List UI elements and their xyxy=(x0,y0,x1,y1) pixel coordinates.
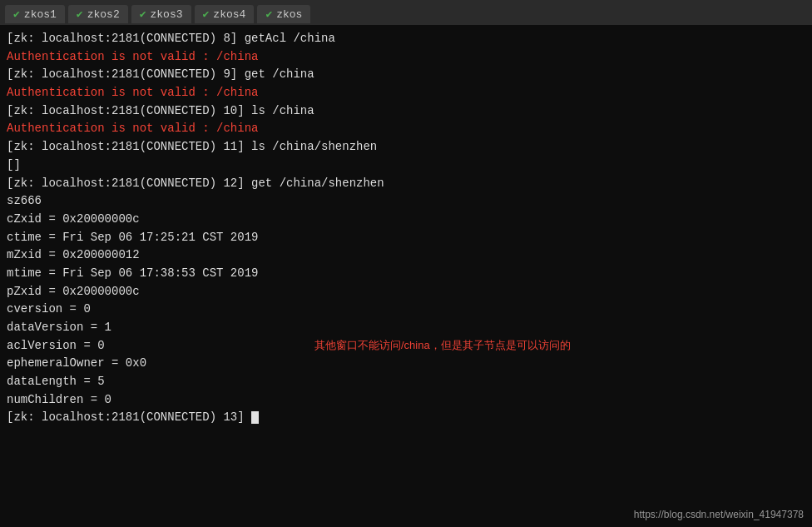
check-icon: ✔ xyxy=(13,7,20,21)
check-icon: ✔ xyxy=(77,7,83,21)
tab-label: zkos2 xyxy=(87,8,120,21)
tab-label: zkos4 xyxy=(213,8,245,21)
terminal-line: sz666 xyxy=(7,192,805,211)
check-icon: ✔ xyxy=(265,7,272,21)
tab-zkos4[interactable]: ✔zkos4 xyxy=(195,5,255,23)
prompt-text: [zk: localhost:2181(CONNECTED) 13] xyxy=(7,410,251,424)
tab-zkos2[interactable]: ✔zkos2 xyxy=(68,5,128,23)
terminal-line: Authentication is not valid : /china xyxy=(7,120,805,138)
terminal-line: mtime = Fri Sep 06 17:38:53 CST 2019 xyxy=(7,265,805,283)
tab-zkos[interactable]: ✔zkos xyxy=(257,5,310,23)
check-icon: ✔ xyxy=(140,7,146,21)
terminal-line: Authentication is not valid : /china xyxy=(7,48,805,67)
terminal-line: [] xyxy=(7,157,805,175)
annotation-text: 其他窗口不能访问/china，但是其子节点是可以访问的 xyxy=(314,337,571,354)
terminal-area: [zk: localhost:2181(CONNECTED) 8] getAcl… xyxy=(0,25,812,527)
terminal-line: pZxid = 0x20000000c xyxy=(7,283,805,301)
terminal-line: mZxid = 0x200000012 xyxy=(7,246,805,265)
tab-zkos3[interactable]: ✔zkos3 xyxy=(131,5,191,23)
terminal-line: aclVersion = 0其他窗口不能访问/china，但是其子节点是可以访问… xyxy=(7,337,805,355)
terminal-line: numChildren = 0 xyxy=(7,391,805,410)
terminal-cursor xyxy=(251,411,259,424)
tab-zkos1[interactable]: ✔zkos1 xyxy=(5,5,65,23)
tab-bar: ✔zkos1✔zkos2✔zkos3✔zkos4✔zkos xyxy=(0,0,812,25)
terminal-line: [zk: localhost:2181(CONNECTED) 10] ls /c… xyxy=(7,102,805,121)
tab-label: zkos1 xyxy=(24,8,57,21)
terminal-line: ctime = Fri Sep 06 17:25:21 CST 2019 xyxy=(7,229,805,247)
tab-label: zkos3 xyxy=(151,8,183,21)
terminal-line: [zk: localhost:2181(CONNECTED) 8] getAcl… xyxy=(7,30,805,48)
terminal-line: dataVersion = 1 xyxy=(7,319,805,337)
terminal-line: ephemeralOwner = 0x0 xyxy=(7,355,805,373)
terminal-line: [zk: localhost:2181(CONNECTED) 12] get /… xyxy=(7,175,805,193)
tab-label: zkos xyxy=(276,8,302,21)
terminal-line: [zk: localhost:2181(CONNECTED) 13] xyxy=(7,409,805,427)
terminal-line: cversion = 0 xyxy=(7,301,805,319)
terminal-line: cZxid = 0x20000000c xyxy=(7,211,805,229)
terminal-line: [zk: localhost:2181(CONNECTED) 9] get /c… xyxy=(7,66,805,84)
watermark: https://blog.csdn.net/weixin_41947378 xyxy=(634,509,804,520)
check-icon: ✔ xyxy=(203,7,210,21)
terminal-line: Authentication is not valid : /china xyxy=(7,84,805,102)
terminal-line: dataLength = 5 xyxy=(7,373,805,391)
terminal-line: [zk: localhost:2181(CONNECTED) 11] ls /c… xyxy=(7,138,805,157)
